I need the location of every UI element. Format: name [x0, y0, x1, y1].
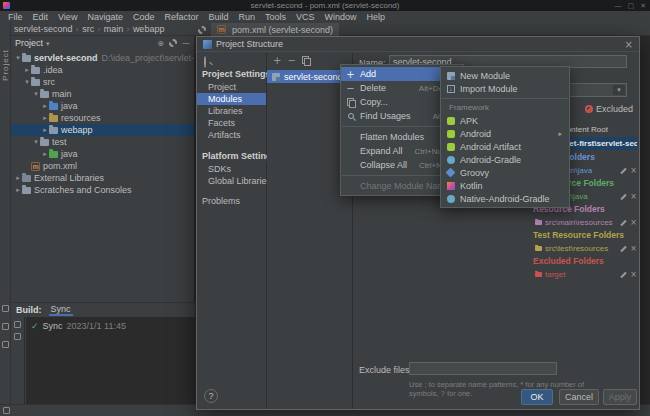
submenu-item-new-module[interactable]: New Module — [441, 69, 569, 82]
close-window-icon[interactable]: ✕ — [640, 2, 646, 10]
edit-icon[interactable] — [619, 245, 627, 253]
expand-arrow-icon[interactable] — [23, 66, 31, 74]
terminal-tool-stripe-icon[interactable] — [2, 323, 9, 330]
sidebar-item-global-libraries[interactable]: Global Libraries — [197, 175, 266, 187]
submenu-item-groovy[interactable]: Groovy — [441, 166, 569, 179]
sync-status-row[interactable]: Sync 2023/1/1 11:45 — [26, 317, 195, 331]
stripe-project-button[interactable]: Project — [1, 49, 10, 81]
tree-item-java[interactable]: java — [11, 100, 194, 112]
window-controls[interactable]: —▢✕ — [615, 0, 647, 11]
tree-item-idea[interactable]: .idea — [11, 64, 194, 76]
menu-refactor[interactable]: Refactor — [159, 12, 203, 22]
tree-item-pom[interactable]: pom.xml — [11, 160, 194, 172]
tree-item-test-java[interactable]: java — [11, 148, 194, 160]
sidebar-item-modules[interactable]: Modules — [197, 93, 266, 105]
remove-icon[interactable] — [630, 166, 637, 175]
menu-run[interactable]: Run — [233, 12, 260, 22]
build-tab-sync[interactable]: Sync — [49, 303, 73, 316]
submenu-item-native-android-gradle[interactable]: Native-Android-Gradle — [441, 192, 569, 205]
remove-icon[interactable] — [287, 55, 295, 66]
tree-item-src[interactable]: src — [11, 76, 194, 88]
expand-arrow-icon[interactable] — [14, 54, 22, 62]
submenu-item-apk[interactable]: APK — [441, 114, 569, 127]
edit-icon[interactable] — [619, 167, 627, 175]
hide-panel-icon[interactable] — [182, 38, 190, 48]
menu-code[interactable]: Code — [128, 12, 160, 22]
sidebar-item-facets[interactable]: Facets — [197, 117, 266, 129]
tree-item-scratches[interactable]: Scratches and Consoles — [11, 184, 194, 196]
menu-window[interactable]: Window — [320, 12, 362, 22]
remove-icon[interactable] — [630, 270, 637, 279]
mark-as-excluded-button[interactable]: Excluded — [585, 104, 633, 114]
breadcrumb-webapp[interactable]: webapp — [133, 24, 165, 34]
remove-icon[interactable] — [630, 192, 637, 201]
expand-arrow-icon[interactable] — [32, 90, 40, 98]
breadcrumb-main[interactable]: main — [104, 24, 124, 34]
locate-file-icon[interactable] — [157, 38, 164, 48]
chevron-down-icon[interactable] — [46, 38, 50, 48]
exclude-files-input[interactable] — [409, 362, 557, 375]
remove-icon[interactable] — [630, 218, 637, 227]
tree-item-external-libraries[interactable]: External Libraries — [11, 172, 194, 184]
edit-icon[interactable] — [619, 219, 627, 227]
close-icon[interactable] — [625, 39, 633, 50]
breadcrumb-project[interactable]: servlet-second — [14, 24, 73, 34]
expand-arrow-icon[interactable] — [41, 150, 49, 158]
expand-arrow-icon[interactable] — [23, 78, 31, 86]
sidebar-item-artifacts[interactable]: Artifacts — [197, 129, 266, 141]
sidebar-item-libraries[interactable]: Libraries — [197, 105, 266, 117]
edit-icon[interactable] — [619, 193, 627, 201]
editor-tab-pom[interactable]: pom.xml (servlet-second) — [211, 23, 339, 36]
help-button[interactable]: ? — [204, 389, 218, 403]
test-resource-folder-row[interactable]: src\test\resources — [533, 242, 637, 255]
settings-icon[interactable] — [14, 333, 21, 340]
expand-arrow-icon[interactable] — [32, 138, 40, 146]
submenu-item-android[interactable]: Android — [441, 127, 569, 140]
menu-vcs[interactable]: VCS — [291, 12, 320, 22]
sidebar-item-project[interactable]: Project — [197, 81, 266, 93]
add-icon[interactable] — [273, 55, 281, 66]
cancel-button[interactable]: Cancel — [559, 389, 599, 405]
structure-tool-stripe-icon[interactable] — [2, 341, 9, 348]
menu-file[interactable]: File — [3, 12, 28, 22]
gear-icon[interactable] — [198, 26, 206, 34]
sidebar-item-problems[interactable]: Problems — [197, 195, 266, 207]
excluded-folder-row[interactable]: target — [533, 268, 637, 281]
expand-arrow-icon[interactable] — [41, 102, 49, 110]
menu-navigate[interactable]: Navigate — [82, 12, 128, 22]
remove-icon[interactable] — [630, 244, 637, 253]
expand-arrow-icon[interactable] — [41, 126, 49, 134]
minimize-icon[interactable]: — — [615, 2, 622, 9]
menu-view[interactable]: View — [53, 12, 82, 22]
search-icon[interactable] — [204, 56, 206, 68]
project-panel-title[interactable]: Project — [15, 38, 43, 48]
menu-tools[interactable]: Tools — [260, 12, 291, 22]
expand-arrow-icon[interactable] — [14, 174, 22, 182]
toolwindow-switcher-icon[interactable] — [3, 407, 10, 414]
tree-item-main[interactable]: main — [11, 88, 194, 100]
copy-icon[interactable] — [302, 56, 309, 64]
tree-item-webapp[interactable]: webapp — [11, 124, 194, 136]
menu-edit[interactable]: Edit — [28, 12, 54, 22]
dialog-titlebar: Project Structure — [197, 37, 639, 52]
gear-icon[interactable] — [169, 39, 177, 47]
edit-icon[interactable] — [619, 271, 627, 279]
tree-item-resources[interactable]: resources — [11, 112, 194, 124]
menu-help[interactable]: Help — [362, 12, 391, 22]
tree-item-root[interactable]: servlet-second D:\idea_project\servlet-f… — [11, 52, 194, 64]
submenu-item-kotlin[interactable]: Kotlin — [441, 179, 569, 192]
filter-icon[interactable] — [14, 321, 21, 328]
maximize-icon[interactable]: ▢ — [628, 2, 635, 10]
build-tool-stripe-icon[interactable] — [2, 305, 9, 312]
submenu-item-android-gradle[interactable]: Android-Gradle — [441, 153, 569, 166]
submenu-item-import-module[interactable]: Import Module — [441, 82, 569, 95]
submenu-item-android-artifact[interactable]: Android Artifact — [441, 140, 569, 153]
ok-button[interactable]: OK — [521, 389, 553, 405]
breadcrumb-src[interactable]: src — [82, 24, 94, 34]
tree-item-test[interactable]: test — [11, 136, 194, 148]
expand-arrow-icon[interactable] — [14, 186, 22, 194]
menu-build[interactable]: Build — [203, 12, 233, 22]
sidebar-item-sdks[interactable]: SDKs — [197, 163, 266, 175]
expand-arrow-icon[interactable] — [41, 114, 49, 122]
resource-folder-row[interactable]: src\main\resources — [533, 216, 637, 229]
